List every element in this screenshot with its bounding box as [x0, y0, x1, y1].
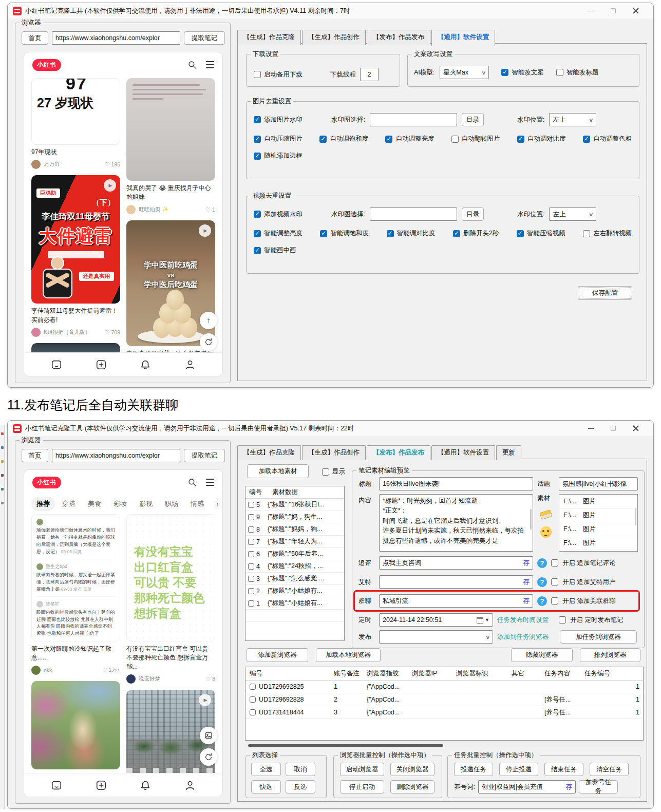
list-select-button[interactable]: 反选 [286, 780, 315, 794]
row-checkbox[interactable] [248, 539, 254, 545]
category-tab[interactable]: 家 [211, 497, 218, 511]
eraser-icon[interactable] [539, 509, 552, 520]
image-option-checkbox[interactable] [583, 136, 590, 143]
extract-note-button[interactable]: 提取笔记 [184, 31, 225, 45]
material-row[interactable]: 4 {"标题":"24秋招，... [245, 560, 344, 573]
feed-card-comments[interactable]: 瑜伽老师给我们做休息术的时候，我们躺着，她有一句指令就是想像你的眼球向后流淌，沉… [31, 514, 120, 641]
task-batch-button[interactable]: 投递任务 [454, 763, 493, 776]
image-option-checkbox[interactable] [517, 136, 524, 143]
feed-card-partial[interactable] [31, 343, 120, 352]
material-row[interactable]: 9 {"标题":"妈，狗生... [245, 511, 344, 523]
publish-select[interactable] [379, 630, 493, 644]
category-tab[interactable]: 推荐 [31, 497, 55, 511]
feed-card-image[interactable]: 97 27 岁现状 [31, 78, 120, 145]
category-tab[interactable]: 职场 [160, 497, 183, 511]
enable-checkbox[interactable] [551, 559, 558, 566]
video-option-checkbox[interactable] [254, 230, 261, 237]
material-row[interactable]: 5 {"标题":"16张秋日l... [245, 499, 344, 511]
list-select-button[interactable]: 快选 [251, 780, 281, 794]
row-input[interactable]: 存 [379, 575, 533, 589]
like-count[interactable]: 196 [105, 161, 120, 167]
category-tab[interactable]: 美食 [83, 497, 106, 511]
create-post-icon[interactable] [96, 359, 107, 370]
xiaohongshu-logo[interactable]: 小红书 [32, 477, 61, 488]
browser-row[interactable]: UD1729692828 2 {"AppCod... [养号任... 1 [245, 693, 643, 706]
browser-batch-button[interactable]: 删除浏览器 [390, 780, 435, 794]
close-button[interactable] [625, 4, 647, 17]
video-option-checkbox[interactable] [320, 230, 327, 237]
category-tab[interactable]: 影视 [134, 497, 158, 511]
material-row[interactable]: 8 {"标题":"妈妈，狗... [245, 523, 344, 536]
avatar[interactable] [31, 160, 41, 169]
column-header[interactable]: 浏览器指纹 [367, 669, 412, 678]
extract-note-button[interactable]: 提取笔记 [184, 449, 225, 462]
help-icon[interactable] [537, 596, 547, 606]
refresh-button[interactable] [200, 748, 217, 766]
url-input[interactable]: https://www.xiaohongshu.com/explor [52, 449, 180, 462]
row-input[interactable]: 私域引流 存 [379, 594, 533, 608]
material-row[interactable]: 2 {"标题":"小姑娘有... [245, 585, 344, 597]
home-icon[interactable] [51, 359, 62, 370]
feed-card-text[interactable]: 有没有宝宝出口红盲盒可以贵 不要那种死亡颜色想拆盲盒 [126, 514, 215, 641]
help-icon[interactable] [537, 558, 547, 568]
like-count[interactable]: 1 [206, 206, 215, 213]
datetime-input[interactable]: 2024-11-14 22:50:51 ▼ [379, 613, 493, 627]
threads-input[interactable]: 2 [360, 68, 379, 81]
author-name[interactable]: K姐很挺（育儿版） [44, 329, 90, 336]
directory-button[interactable]: 目录 [462, 113, 484, 126]
feed-card-image[interactable] [126, 78, 215, 181]
minimize-button[interactable] [579, 4, 602, 17]
category-tab[interactable]: 情感 [185, 497, 209, 511]
video-option-checkbox[interactable] [517, 230, 524, 237]
minimize-button[interactable] [579, 422, 602, 435]
home-icon[interactable] [51, 780, 62, 791]
row-checkbox[interactable] [248, 576, 254, 582]
home-button[interactable]: 首页 [22, 31, 48, 45]
maximize-button[interactable] [602, 422, 625, 435]
enable-checkbox[interactable] [551, 578, 558, 586]
author-name[interactable]: 万万吖 [44, 161, 60, 168]
material-row[interactable]: 6 {"标题":"50年后养... [245, 548, 344, 560]
column-header[interactable]: 素材数据 [272, 488, 298, 497]
load-local-material-button[interactable]: 加载本地素材 [247, 464, 309, 478]
row-checkbox[interactable] [248, 600, 254, 607]
menu-icon[interactable] [206, 61, 214, 68]
column-header[interactable]: 任务编号 [584, 669, 621, 678]
asset-row[interactable]: F:\... 图片 [559, 495, 637, 508]
material-row[interactable]: 1 {"标题":"小姑娘有... [245, 597, 344, 610]
add-to-task-browser-link[interactable]: 添加到任务浏览器 [497, 633, 555, 641]
xiaohongshu-logo[interactable]: 小红书 [32, 59, 61, 71]
asset-row[interactable]: F:\... 图片 [559, 508, 637, 522]
row-checkbox[interactable] [250, 709, 256, 715]
material-row[interactable]: 3 {"标题":"怎么感觉 ... [245, 573, 344, 585]
video-option-checkbox[interactable] [453, 230, 460, 237]
load-local-browser-button[interactable]: 加载本地浏览器 [316, 648, 381, 662]
schedule-settings-link[interactable]: 任务发布时间设置 [497, 616, 555, 625]
like-count[interactable]: 709 [105, 329, 120, 335]
create-post-icon[interactable] [96, 780, 107, 791]
avatar[interactable] [126, 674, 136, 684]
column-header[interactable]: 编号 [245, 488, 272, 497]
content-textarea[interactable]: *标题*：时光匆匆，回首才知流逝 *正文*： 时间飞逝，总是在它溜走后我们才意识… [379, 494, 533, 552]
maximize-button[interactable] [602, 4, 625, 17]
image-option-checkbox[interactable] [319, 136, 327, 143]
hide-browser-button[interactable]: 隐藏浏览器 [511, 648, 573, 662]
show-checkbox[interactable] [322, 468, 329, 476]
enable-schedule-checkbox[interactable] [559, 616, 566, 624]
home-button[interactable]: 首页 [22, 449, 48, 462]
add-nurture-task-button[interactable]: 加养号任务 [579, 780, 618, 794]
pip-checkbox[interactable] [254, 247, 261, 254]
feed-card-photo[interactable] [31, 681, 120, 769]
tab[interactable]: 【生成】作品克隆 [237, 30, 301, 45]
search-icon[interactable] [187, 478, 197, 487]
video-option-checkbox[interactable] [583, 230, 590, 237]
task-batch-button[interactable]: 停止投递 [499, 763, 538, 776]
asset-row[interactable]: F:\... 图片 [559, 522, 637, 536]
notifications-bell-icon[interactable] [140, 780, 151, 791]
scrollbar-thumb[interactable] [248, 744, 443, 747]
tab[interactable]: 【发布】作品发布 [367, 445, 430, 461]
column-header[interactable]: 编号 [245, 669, 334, 678]
browser-batch-button[interactable]: 启动浏览器 [340, 763, 384, 776]
url-input[interactable]: https://www.xiaohongshu.com/explor [52, 31, 180, 45]
rewrite-option-checkbox[interactable] [556, 69, 563, 76]
